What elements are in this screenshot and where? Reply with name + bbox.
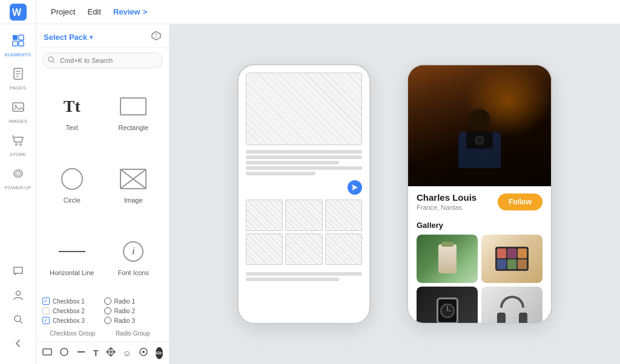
element-fonticons[interactable]: i Font Icons [103, 220, 165, 293]
cube-icon[interactable] [151, 30, 162, 44]
chat-button[interactable] [7, 260, 29, 282]
search-button[interactable] [7, 308, 29, 330]
gallery-item-3[interactable] [417, 287, 478, 323]
logo: W [0, 0, 36, 24]
sidebar-item-powerup-label: POWER-UP [5, 185, 31, 190]
svg-point-14 [16, 291, 20, 296]
image-label: Image [124, 197, 143, 204]
checkbox-3-label: Checkbox 3 [53, 317, 85, 324]
sidebar-item-images-label: IMAGES [8, 119, 27, 124]
checkbox-2[interactable]: ✓ [42, 307, 50, 314]
profile-info: Charles Louis France, Nantas Follow [408, 186, 551, 217]
tool-line-icon[interactable] [76, 347, 86, 359]
element-circle[interactable]: Circle [41, 148, 103, 221]
element-hline[interactable]: Horizontal Line [41, 220, 103, 293]
svg-point-11 [15, 105, 16, 107]
nav-edit[interactable]: Edit [82, 5, 105, 19]
hline-label: Horizontal Line [50, 269, 94, 276]
checkbox-1-label: Checkbox 1 [53, 298, 85, 305]
rectangle-icon [120, 97, 147, 115]
tool-circle-icon[interactable] [59, 347, 69, 359]
tool-emoji-icon[interactable]: ☺ [123, 348, 131, 358]
element-image[interactable]: Image [103, 148, 165, 221]
element-rectangle[interactable]: Rectangle [103, 76, 165, 148]
radio-3-row[interactable]: Radio 3 [104, 317, 163, 324]
tool-move-icon[interactable] [106, 347, 116, 359]
wf-send-button[interactable] [348, 180, 362, 195]
svg-point-20 [61, 348, 68, 356]
svg-rect-4 [13, 41, 18, 46]
store-icon [12, 134, 25, 150]
wireframe-phone [237, 64, 371, 324]
radio-1-label: Radio 1 [114, 298, 135, 305]
radio-3-label: Radio 3 [114, 317, 135, 324]
sidebar-item-images[interactable]: IMAGES [0, 96, 36, 129]
logo-icon: W [10, 4, 27, 21]
topbar: W Project Edit Review > [0, 0, 620, 24]
circle-label: Circle [64, 197, 81, 204]
svg-rect-2 [13, 35, 18, 40]
circle-icon [61, 168, 83, 190]
gallery-item-1[interactable] [417, 235, 478, 283]
gallery-item-4[interactable] [481, 287, 542, 323]
radio-3[interactable] [104, 317, 111, 324]
select-pack-button[interactable]: Select Pack ▾ [44, 33, 93, 42]
checkbox-2-row[interactable]: ✓ Checkbox 2 [42, 307, 102, 314]
sidebar-item-pages[interactable]: PAGES [0, 62, 36, 96]
rectangle-label: Rectangle [118, 124, 148, 131]
bottom-toolbar: T ☺ ✏ [36, 342, 169, 364]
tool-text-icon[interactable]: T [93, 348, 99, 358]
sidebar-item-store[interactable]: STORE [0, 129, 36, 162]
select-pack-label: Select Pack [44, 33, 87, 42]
group-labels: Checkbox Group Radio Group [36, 329, 169, 342]
follow-button[interactable]: Follow [498, 193, 542, 210]
app-container: W Project Edit Review > [0, 0, 620, 364]
collapse-button[interactable] [7, 333, 29, 354]
text-icon: Tt [64, 97, 81, 116]
canvas-area: ‹ GST Charles Louis France, Nantas Follo… [170, 24, 620, 364]
checkbox-3[interactable]: ✓ [42, 317, 50, 324]
tool-edit-icon[interactable]: ✏ [156, 347, 163, 359]
fonticons-icon: i [123, 241, 143, 262]
checkbox-1-row[interactable]: ✓ Checkbox 1 [42, 297, 102, 305]
sidebar-item-pages-label: PAGES [10, 85, 26, 91]
checkbox-3-row[interactable]: ✓ Checkbox 3 [42, 317, 102, 324]
checkbox-2-label: Checkbox 2 [53, 308, 85, 314]
user-button[interactable] [7, 284, 29, 306]
panel-header: Select Pack ▾ [36, 24, 169, 48]
search-bar [42, 53, 163, 68]
svg-text:W: W [12, 7, 22, 18]
radio-group-label: Radio Group [103, 330, 163, 337]
element-text[interactable]: Tt Text [41, 76, 103, 148]
topbar-nav: Project Edit Review > [36, 5, 620, 19]
text-label: Text [66, 124, 78, 131]
search-input[interactable] [42, 53, 163, 68]
sidebar-item-store-label: STORE [10, 152, 26, 157]
pages-icon [12, 67, 25, 83]
profile-name-block: Charles Louis France, Nantas [417, 192, 477, 211]
gallery-item-2[interactable] [481, 235, 542, 283]
tool-rect-icon[interactable] [42, 347, 52, 359]
elements-grid: Tt Text Rectangle Circle [36, 73, 169, 295]
tool-target-icon[interactable] [139, 347, 148, 359]
phone-screen [239, 65, 369, 323]
nav-review[interactable]: Review > [108, 5, 152, 19]
sidebar-item-elements-label: ELEMENTS [5, 52, 31, 57]
sidebar-item-elements[interactable]: ELEMENTS [0, 29, 36, 62]
image-icon [120, 169, 147, 189]
radio-1-row[interactable]: Radio 1 [104, 297, 163, 305]
sidebar: ELEMENTS PAGES [0, 24, 36, 364]
svg-point-15 [15, 316, 21, 322]
svg-point-13 [19, 144, 21, 146]
sidebar-bottom [7, 260, 29, 359]
form-elements-section: ✓ Checkbox 1 ✓ Checkbox 2 ✓ Checkbox 3 [36, 295, 169, 329]
elements-icon [12, 34, 25, 50]
radio-group: Radio 1 Radio 2 Radio 3 [104, 297, 163, 327]
radio-1[interactable] [104, 297, 111, 305]
checkbox-1[interactable]: ✓ [42, 297, 50, 305]
radio-2[interactable] [104, 307, 111, 314]
nav-project[interactable]: Project [46, 5, 80, 19]
radio-2-row[interactable]: Radio 2 [104, 307, 163, 314]
gallery-title: Gallery [417, 221, 542, 230]
sidebar-item-powerup[interactable]: POWER-UP [0, 162, 36, 195]
